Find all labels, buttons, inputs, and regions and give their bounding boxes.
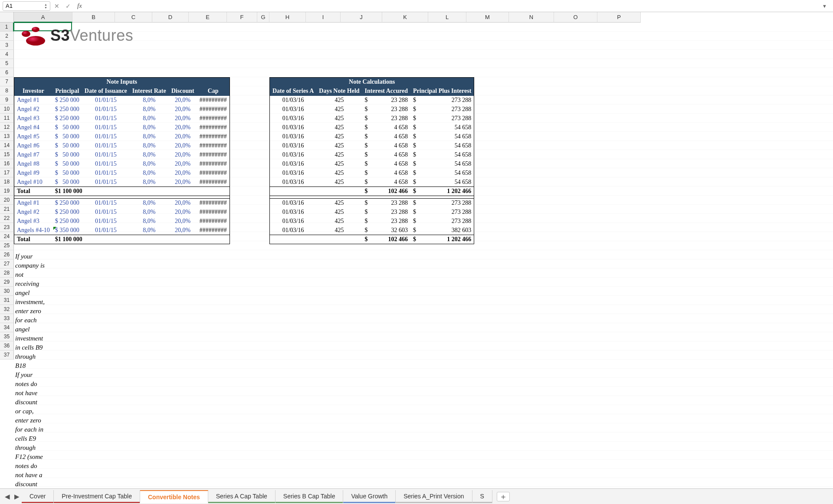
row-header-2[interactable]: 2	[0, 32, 14, 41]
sheet-tab[interactable]: Series A Cap Table	[208, 490, 275, 503]
expand-icon[interactable]: ▼	[819, 3, 830, 9]
table-row[interactable]: 01/03/16425$4 658$54 658	[270, 151, 474, 160]
table-row[interactable]: Angel #1$250 00001/01/158,0%20,0%#######…	[14, 96, 230, 105]
row-header-35[interactable]: 35	[0, 332, 14, 341]
cancel-icon[interactable]: ✕	[52, 3, 62, 10]
row-header-26[interactable]: 26	[0, 250, 14, 259]
col-header-H[interactable]: H	[269, 12, 306, 23]
row-header-37[interactable]: 37	[0, 350, 14, 360]
col-header-E[interactable]: E	[189, 12, 227, 23]
row-header-6[interactable]: 6	[0, 68, 14, 77]
sheet-tab[interactable]: Series A_Print Version	[396, 490, 472, 503]
col-header-O[interactable]: O	[554, 12, 597, 23]
row-header-25[interactable]: 25	[0, 241, 14, 250]
col-header-M[interactable]: M	[466, 12, 509, 23]
row-header-31[interactable]: 31	[0, 296, 14, 305]
sheet-tab[interactable]: S	[472, 490, 492, 503]
col-header-F[interactable]: F	[227, 12, 257, 23]
row-header-18[interactable]: 18	[0, 177, 14, 187]
col-header-G[interactable]: G	[257, 12, 269, 23]
row-header-20[interactable]: 20	[0, 196, 14, 205]
row-header-17[interactable]: 17	[0, 168, 14, 177]
table-row[interactable]: Angel #7$50 00001/01/158,0%20,0%########…	[14, 151, 230, 160]
col-header-I[interactable]: I	[306, 12, 341, 23]
table-row[interactable]: 01/03/16425$23 288$273 288	[270, 199, 474, 208]
sheet-tab[interactable]: Value Growth	[343, 490, 396, 503]
add-sheet-button[interactable]: ＋	[497, 492, 510, 501]
table-row[interactable]: 01/03/16425$4 658$54 658	[270, 132, 474, 141]
row-header-36[interactable]: 36	[0, 341, 14, 350]
table-row[interactable]: Angel #8$50 00001/01/158,0%20,0%########…	[14, 160, 230, 169]
row-header-34[interactable]: 34	[0, 323, 14, 332]
table-row[interactable]: Angel #6$50 00001/01/158,0%20,0%########…	[14, 141, 230, 151]
row-header-23[interactable]: 23	[0, 223, 14, 232]
row-header-27[interactable]: 27	[0, 259, 14, 268]
table-row[interactable]: 01/03/16425$4 658$54 658	[270, 169, 474, 178]
row-header-24[interactable]: 24	[0, 232, 14, 241]
name-box[interactable]: A1 ▲▼	[3, 1, 50, 11]
column-headers[interactable]: ABCDEFGHIJKLMNOP	[14, 12, 833, 23]
table-row[interactable]: 01/03/16425$23 288$273 288	[270, 217, 474, 226]
name-box-spinner[interactable]: ▲▼	[44, 3, 47, 9]
table-row[interactable]: 01/03/16425$23 288$273 288	[270, 208, 474, 217]
row-header-12[interactable]: 12	[0, 123, 14, 132]
row-header-30[interactable]: 30	[0, 287, 14, 296]
table-row[interactable]: Angel #1$250 00001/01/158,0%20,0%#######…	[14, 199, 230, 208]
table-row[interactable]: 01/03/16425$32 603$382 603	[270, 226, 474, 235]
row-header-15[interactable]: 15	[0, 150, 14, 159]
table-row[interactable]: Angel #3$250 00001/01/158,0%20,0%#######…	[14, 217, 230, 226]
row-header-19[interactable]: 19	[0, 187, 14, 196]
sheet-tab[interactable]: Convertible Notes	[140, 490, 208, 503]
sheet-tab[interactable]: Series B Cap Table	[275, 490, 344, 503]
table-row[interactable]: Angel #2$250 00001/01/158,0%20,0%#######…	[14, 105, 230, 114]
row-header-4[interactable]: 4	[0, 50, 14, 59]
table-row[interactable]: Angel #9$50 00001/01/158,0%20,0%########…	[14, 169, 230, 178]
table-row[interactable]: 01/03/16425$23 288$273 288	[270, 114, 474, 123]
row-header-1[interactable]: 1	[0, 23, 14, 32]
table-row[interactable]: Angel #5$50 00001/01/158,0%20,0%########…	[14, 132, 230, 141]
col-header-D[interactable]: D	[152, 12, 189, 23]
col-header-P[interactable]: P	[597, 12, 641, 23]
col-header-K[interactable]: K	[382, 12, 428, 23]
row-header-22[interactable]: 22	[0, 214, 14, 223]
row-header-10[interactable]: 10	[0, 105, 14, 114]
fx-label[interactable]: fx	[75, 2, 85, 10]
cell-grid[interactable]: S3Ventures Note Inputs Investor Principa…	[14, 23, 833, 488]
confirm-icon[interactable]: ✓	[63, 3, 73, 10]
table-row[interactable]: Angel #2$250 00001/01/158,0%20,0%#######…	[14, 208, 230, 217]
sheet-tab[interactable]: Pre-Investment Cap Table	[54, 490, 140, 503]
row-header-9[interactable]: 9	[0, 95, 14, 105]
row-header-14[interactable]: 14	[0, 141, 14, 150]
table-row[interactable]: 01/03/16425$4 658$54 658	[270, 141, 474, 151]
row-header-32[interactable]: 32	[0, 305, 14, 314]
col-header-L[interactable]: L	[428, 12, 466, 23]
row-header-28[interactable]: 28	[0, 268, 14, 278]
row-header-5[interactable]: 5	[0, 59, 14, 68]
row-header-13[interactable]: 13	[0, 132, 14, 141]
select-all-corner[interactable]	[0, 12, 14, 23]
sheet-tab[interactable]: Cover	[22, 490, 54, 503]
table-row[interactable]: 01/03/16425$4 658$54 658	[270, 123, 474, 132]
table-row[interactable]: Angel #10$50 00001/01/158,0%20,0%#######…	[14, 178, 230, 187]
row-header-33[interactable]: 33	[0, 314, 14, 323]
row-header-8[interactable]: 8	[0, 86, 14, 95]
col-header-J[interactable]: J	[341, 12, 382, 23]
row-header-16[interactable]: 16	[0, 159, 14, 168]
row-header-11[interactable]: 11	[0, 114, 14, 123]
table-row[interactable]: 01/03/16425$23 288$273 288	[270, 96, 474, 105]
formula-input[interactable]	[86, 3, 817, 9]
col-header-A[interactable]: A	[14, 12, 72, 23]
tab-next-icon[interactable]: ▶	[12, 493, 22, 501]
table-row[interactable]: 01/03/16425$23 288$273 288	[270, 105, 474, 114]
col-header-B[interactable]: B	[72, 12, 115, 23]
row-header-3[interactable]: 3	[0, 41, 14, 50]
table-row[interactable]: Angel #3$250 00001/01/158,0%20,0%#######…	[14, 114, 230, 123]
row-headers[interactable]: 1234567891011121314151617181920212223242…	[0, 23, 14, 488]
tab-prev-icon[interactable]: ◀	[3, 493, 12, 501]
col-header-C[interactable]: C	[115, 12, 152, 23]
row-header-7[interactable]: 7	[0, 77, 14, 86]
row-header-29[interactable]: 29	[0, 278, 14, 287]
table-row[interactable]: 01/03/16425$4 658$54 658	[270, 178, 474, 187]
table-row[interactable]: 01/03/16425$4 658$54 658	[270, 160, 474, 169]
row-header-21[interactable]: 21	[0, 205, 14, 214]
